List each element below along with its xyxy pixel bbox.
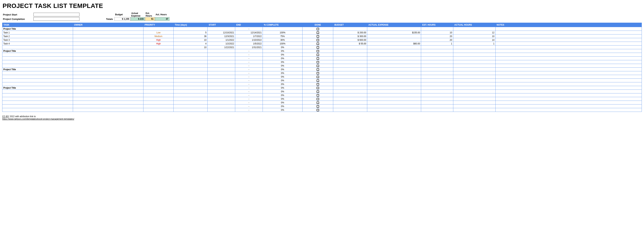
table-row[interactable]: Project Title- bbox=[2, 27, 642, 31]
cell-start[interactable]: 1/1/2022 bbox=[208, 38, 235, 42]
cell-est-hours[interactable]: 1 bbox=[421, 42, 453, 46]
cell-budget[interactable] bbox=[333, 86, 367, 90]
cell-done[interactable] bbox=[302, 93, 333, 97]
checkbox[interactable] bbox=[317, 35, 319, 38]
cell-start[interactable]: 1/2/2022 bbox=[208, 42, 235, 46]
cell-budget[interactable]: $ 200.00 bbox=[333, 31, 367, 35]
cell-notes[interactable] bbox=[496, 27, 642, 31]
checkbox[interactable] bbox=[317, 105, 319, 108]
cell-end[interactable]: - bbox=[235, 104, 262, 108]
cell-task[interactable] bbox=[2, 60, 73, 64]
cell-task[interactable]: Task 3 bbox=[2, 38, 73, 42]
cell-actual-hours[interactable] bbox=[453, 46, 496, 49]
cell-est-hours[interactable]: 10 bbox=[421, 31, 453, 35]
cell-budget[interactable] bbox=[333, 53, 367, 57]
checkbox[interactable] bbox=[317, 68, 319, 71]
cell-end[interactable]: - bbox=[235, 60, 262, 64]
cell-actual-hours[interactable] bbox=[453, 75, 496, 79]
cell-actual-expense[interactable] bbox=[367, 101, 421, 104]
cell-actual-hours[interactable] bbox=[453, 108, 496, 112]
cell-start[interactable] bbox=[208, 27, 235, 31]
cell-notes[interactable] bbox=[496, 60, 642, 64]
cell-budget[interactable] bbox=[333, 93, 367, 97]
cell-budget[interactable] bbox=[333, 82, 367, 86]
table-row[interactable]: -0% bbox=[2, 93, 642, 97]
cell-end[interactable]: - bbox=[235, 82, 262, 86]
cell-actual-hours[interactable] bbox=[453, 86, 496, 90]
cell-est-hours[interactable] bbox=[421, 79, 453, 82]
cell-actual-hours[interactable] bbox=[453, 53, 496, 57]
cell-budget[interactable] bbox=[333, 104, 367, 108]
table-row[interactable]: -0% bbox=[2, 75, 642, 79]
cell-actual-expense[interactable] bbox=[367, 35, 421, 38]
cell-owner[interactable] bbox=[73, 57, 144, 60]
table-row[interactable]: -0% bbox=[2, 64, 642, 68]
cell-complete[interactable]: 30% bbox=[262, 38, 302, 42]
cell-done[interactable] bbox=[302, 27, 333, 31]
cell-start[interactable] bbox=[208, 104, 235, 108]
project-completion-input[interactable] bbox=[34, 17, 80, 21]
cell-actual-hours[interactable] bbox=[453, 79, 496, 82]
footer-link[interactable]: https://www.getguru.com/templates/excel-… bbox=[2, 118, 74, 120]
cell-priority[interactable] bbox=[144, 49, 174, 53]
cell-priority[interactable] bbox=[144, 104, 174, 108]
cell-notes[interactable] bbox=[496, 86, 642, 90]
cell-task[interactable] bbox=[2, 79, 73, 82]
cell-budget[interactable] bbox=[333, 60, 367, 64]
cell-end[interactable]: - bbox=[235, 27, 262, 31]
checkbox[interactable] bbox=[317, 28, 319, 30]
cell-est-hours[interactable] bbox=[421, 90, 453, 93]
cell-actual-hours[interactable] bbox=[453, 57, 496, 60]
cell-done[interactable] bbox=[302, 64, 333, 68]
cell-end[interactable]: 1/5/2022 bbox=[235, 42, 262, 46]
cell-complete[interactable]: 0% bbox=[262, 82, 302, 86]
cell-owner[interactable] bbox=[73, 38, 144, 42]
cell-actual-hours[interactable] bbox=[453, 49, 496, 53]
cell-task[interactable]: Project Title bbox=[2, 27, 73, 31]
cell-owner[interactable] bbox=[73, 53, 144, 57]
cell-actual-expense[interactable] bbox=[367, 57, 421, 60]
cell-complete[interactable] bbox=[262, 27, 302, 31]
cell-complete[interactable]: 0% bbox=[262, 86, 302, 90]
cell-notes[interactable] bbox=[496, 31, 642, 35]
cell-actual-expense[interactable] bbox=[367, 71, 421, 75]
cell-est-hours[interactable] bbox=[421, 97, 453, 101]
cell-done[interactable] bbox=[302, 35, 333, 38]
cell-complete[interactable]: 0% bbox=[262, 71, 302, 75]
cell-start[interactable] bbox=[208, 71, 235, 75]
cell-priority[interactable] bbox=[144, 71, 174, 75]
cell-complete[interactable]: 0% bbox=[262, 68, 302, 71]
cell-complete[interactable]: 0% bbox=[262, 108, 302, 112]
cell-actual-expense[interactable] bbox=[367, 75, 421, 79]
table-row[interactable]: Task 2Medium3612/3/20211/7/202275%$ 300.… bbox=[2, 35, 642, 38]
cell-done[interactable] bbox=[302, 86, 333, 90]
cell-start[interactable] bbox=[208, 68, 235, 71]
cell-task[interactable]: Task 4 bbox=[2, 42, 73, 46]
cell-owner[interactable] bbox=[73, 93, 144, 97]
cell-time[interactable] bbox=[174, 90, 208, 93]
cell-task[interactable] bbox=[2, 57, 73, 60]
cell-time[interactable] bbox=[174, 49, 208, 53]
cell-start[interactable] bbox=[208, 101, 235, 104]
cell-task[interactable]: Project Title bbox=[2, 86, 73, 90]
cell-done[interactable] bbox=[302, 49, 333, 53]
cell-actual-expense[interactable] bbox=[367, 53, 421, 57]
cell-done[interactable] bbox=[302, 42, 333, 46]
cell-time[interactable]: 10 bbox=[174, 38, 208, 42]
table-row[interactable]: Project Title-0% bbox=[2, 49, 642, 53]
checkbox[interactable] bbox=[317, 57, 319, 60]
cell-task[interactable] bbox=[2, 97, 73, 101]
cell-actual-expense[interactable] bbox=[367, 97, 421, 101]
checkbox[interactable] bbox=[317, 76, 319, 78]
cell-start[interactable] bbox=[208, 75, 235, 79]
cell-est-hours[interactable]: 20 bbox=[421, 35, 453, 38]
cell-task[interactable]: Project Title bbox=[2, 49, 73, 53]
checkbox[interactable] bbox=[317, 61, 319, 63]
cell-budget[interactable] bbox=[333, 75, 367, 79]
cell-notes[interactable] bbox=[496, 104, 642, 108]
cell-task[interactable]: Project Title bbox=[2, 68, 73, 71]
cell-budget[interactable] bbox=[333, 90, 367, 93]
checkbox[interactable] bbox=[317, 101, 319, 104]
cell-owner[interactable] bbox=[73, 68, 144, 71]
cell-est-hours[interactable] bbox=[421, 68, 453, 71]
